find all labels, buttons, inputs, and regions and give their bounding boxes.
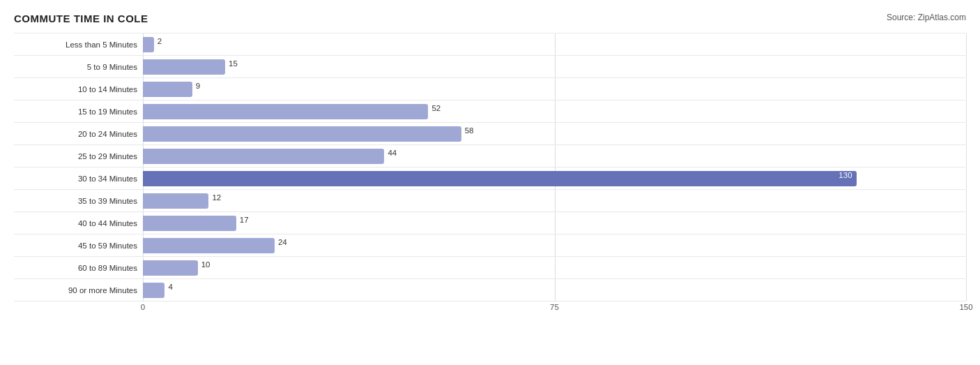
bar-row: 90 or more Minutes4 bbox=[14, 279, 966, 301]
bar-row: 5 to 9 Minutes15 bbox=[14, 56, 966, 78]
bar-fill: 130 bbox=[143, 171, 857, 186]
bar-row: 25 to 29 Minutes44 bbox=[14, 145, 966, 167]
bar-fill: 4 bbox=[143, 283, 164, 298]
bar-value: 12 bbox=[212, 193, 221, 202]
bar-fill: 10 bbox=[143, 260, 198, 276]
bar-track: 44 bbox=[143, 145, 966, 167]
bar-track: 9 bbox=[143, 78, 966, 100]
bar-fill: 9 bbox=[143, 82, 192, 97]
bar-fill: 2 bbox=[143, 37, 154, 52]
axis-tick: 150 bbox=[959, 303, 972, 311]
bar-track: 130 bbox=[143, 167, 966, 189]
chart-source: Source: ZipAtlas.com bbox=[887, 13, 966, 22]
bar-fill: 15 bbox=[143, 59, 225, 75]
bar-label: 40 to 44 Minutes bbox=[14, 219, 143, 228]
chart-body: Less than 5 Minutes25 to 9 Minutes1510 t… bbox=[14, 33, 966, 322]
bar-value: 130 bbox=[839, 171, 852, 179]
axis-tick: 75 bbox=[550, 303, 559, 311]
bar-row: 45 to 59 Minutes24 bbox=[14, 234, 966, 257]
bar-track: 10 bbox=[143, 257, 966, 278]
bar-row: 30 to 34 Minutes130 bbox=[14, 167, 966, 190]
bar-row: 60 to 89 Minutes10 bbox=[14, 257, 966, 279]
bar-fill: 52 bbox=[143, 104, 428, 119]
bar-row: Less than 5 Minutes2 bbox=[14, 33, 966, 56]
bar-row: 40 to 44 Minutes17 bbox=[14, 212, 966, 234]
bar-value: 52 bbox=[431, 104, 441, 112]
bar-row: 35 to 39 Minutes12 bbox=[14, 190, 966, 212]
bar-track: 24 bbox=[143, 234, 966, 256]
bar-value: 9 bbox=[196, 82, 200, 90]
bar-track: 2 bbox=[143, 33, 966, 55]
bar-track: 15 bbox=[143, 56, 966, 77]
bar-track: 17 bbox=[143, 212, 966, 234]
bar-fill: 12 bbox=[143, 193, 208, 209]
chart-title: COMMUTE TIME IN COLE bbox=[14, 13, 148, 24]
bar-value: 4 bbox=[168, 283, 172, 291]
bar-track: 52 bbox=[143, 100, 966, 122]
bar-fill: 44 bbox=[143, 149, 384, 164]
bar-label: 10 to 14 Minutes bbox=[14, 85, 143, 94]
bar-value: 44 bbox=[388, 149, 397, 157]
bar-track: 12 bbox=[143, 190, 966, 211]
bar-value: 24 bbox=[278, 238, 287, 246]
bar-value: 2 bbox=[158, 37, 162, 45]
bar-value: 10 bbox=[201, 260, 210, 269]
axis-area: 075150 bbox=[143, 303, 966, 322]
bar-label: 45 to 59 Minutes bbox=[14, 241, 143, 250]
bar-fill: 58 bbox=[143, 126, 461, 142]
bar-track: 4 bbox=[143, 279, 966, 301]
bar-row: 15 to 19 Minutes52 bbox=[14, 100, 966, 123]
bar-label: 35 to 39 Minutes bbox=[14, 197, 143, 205]
bar-value: 17 bbox=[240, 216, 249, 224]
bar-value: 58 bbox=[465, 126, 474, 135]
chart-container: COMMUTE TIME IN COLE Source: ZipAtlas.co… bbox=[0, 0, 980, 365]
bar-row: 10 to 14 Minutes9 bbox=[14, 78, 966, 100]
chart-header: COMMUTE TIME IN COLE Source: ZipAtlas.co… bbox=[14, 13, 966, 24]
bar-label: 15 to 19 Minutes bbox=[14, 107, 143, 116]
bar-value: 15 bbox=[229, 59, 238, 68]
bar-label: 5 to 9 Minutes bbox=[14, 63, 143, 71]
axis-tick: 0 bbox=[141, 303, 145, 311]
bar-label: 20 to 24 Minutes bbox=[14, 130, 143, 138]
bar-label: 25 to 29 Minutes bbox=[14, 152, 143, 161]
bar-label: 60 to 89 Minutes bbox=[14, 264, 143, 272]
bar-fill: 24 bbox=[143, 238, 275, 253]
bars-area: Less than 5 Minutes25 to 9 Minutes1510 t… bbox=[14, 33, 966, 301]
bar-label: Less than 5 Minutes bbox=[14, 40, 143, 49]
bar-label: 30 to 34 Minutes bbox=[14, 174, 143, 183]
bar-track: 58 bbox=[143, 123, 966, 144]
bar-label: 90 or more Minutes bbox=[14, 286, 143, 295]
bar-fill: 17 bbox=[143, 216, 236, 231]
bar-row: 20 to 24 Minutes58 bbox=[14, 123, 966, 145]
